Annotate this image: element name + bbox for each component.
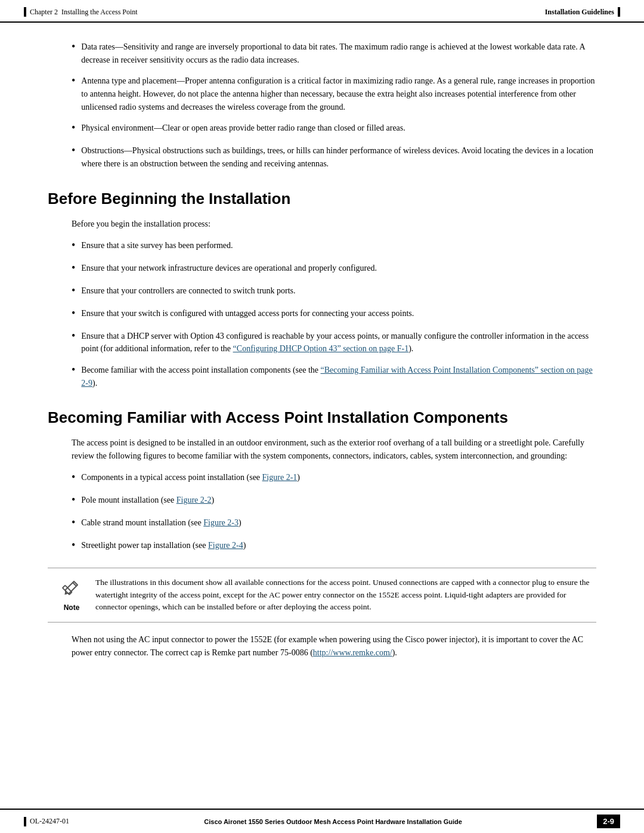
bullet-icon: • xyxy=(72,362,75,378)
s2-bullet1: Components in a typical access point ins… xyxy=(81,471,596,484)
s1-bullet4: Ensure that your switch is configured wi… xyxy=(81,307,596,320)
top-bullet-section: • Data rates—Sensitivity and range are i… xyxy=(48,41,596,171)
bullet-icon: • xyxy=(72,515,75,531)
note-box: Note The illustrations in this document … xyxy=(48,568,596,623)
s2-bullet3: Cable strand mount installation (see Fig… xyxy=(81,516,596,529)
bullet-icon: • xyxy=(72,39,75,55)
note-label: Note xyxy=(64,603,80,612)
header-bar-icon xyxy=(24,7,26,17)
bullet-icon: • xyxy=(72,120,75,136)
page-header: Chapter 2 Installing the Access Point In… xyxy=(0,0,644,23)
bullet-obstructions-text: Obstructions—Physical obstructions such … xyxy=(81,144,596,170)
bullet-icon: • xyxy=(72,305,75,321)
section2-para2: When not using the AC input connector to… xyxy=(48,633,596,659)
section1-heading: Before Beginning the Installation xyxy=(48,190,596,208)
footer-doc-number: OL-24247-01 xyxy=(30,817,69,826)
bullet-icon: • xyxy=(72,73,75,89)
list-item: • Pole mount installation (see Figure 2-… xyxy=(48,494,596,508)
s2-bullet4: Streetlight power tap installation (see … xyxy=(81,539,596,552)
note-icon-column: Note xyxy=(48,577,95,612)
bullet-icon: • xyxy=(72,328,75,344)
list-item: • Ensure that your network infrastructur… xyxy=(48,262,596,276)
header-right: Installation Guidelines xyxy=(545,7,620,17)
s2-bullet2: Pole mount installation (see Figure 2-2) xyxy=(81,494,596,507)
footer-page-number: 2-9 xyxy=(597,815,620,828)
section1-bullet-section: • Ensure that a site survey has been per… xyxy=(48,239,596,390)
footer-right: 2-9 xyxy=(597,815,620,828)
bullet-icon: • xyxy=(72,260,75,276)
list-item: • Antenna type and placement—Proper ante… xyxy=(48,75,596,113)
list-item: • Components in a typical access point i… xyxy=(48,471,596,485)
figure-2-3-link[interactable]: Figure 2-3 xyxy=(203,518,239,527)
list-item: • Data rates—Sensitivity and range are i… xyxy=(48,41,596,66)
header-section-title: Installation Guidelines xyxy=(545,8,614,17)
footer-left: OL-24247-01 xyxy=(24,817,69,826)
bullet-icon: • xyxy=(72,537,75,553)
section2-heading: Becoming Familiar with Access Point Inst… xyxy=(48,408,596,427)
dhcp-link[interactable]: “Configuring DHCP Option 43” section on … xyxy=(233,344,409,353)
list-item: • Ensure that your switch is configured … xyxy=(48,307,596,321)
list-item: • Ensure that a DHCP server with Option … xyxy=(48,330,596,355)
bullet-icon: • xyxy=(72,283,75,299)
list-item: • Ensure that a site survey has been per… xyxy=(48,239,596,253)
header-bar-right-icon xyxy=(618,7,620,17)
s1-bullet2: Ensure that your network infrastructure … xyxy=(81,262,596,275)
s1-bullet6: Become familiar with the access point in… xyxy=(81,364,596,389)
s1-bullet3: Ensure that your controllers are connect… xyxy=(81,284,596,298)
bullet-physical-text: Physical environment—Clear or open areas… xyxy=(81,122,596,135)
list-item: • Ensure that your controllers are conne… xyxy=(48,284,596,299)
header-chapter-title: Installing the Access Point xyxy=(61,8,138,17)
list-item: • Streetlight power tap installation (se… xyxy=(48,539,596,553)
header-chapter-label: Chapter 2 xyxy=(30,8,58,17)
bullet-antenna-text: Antenna type and placement—Proper antenn… xyxy=(81,75,596,113)
s1-bullet5: Ensure that a DHCP server with Option 43… xyxy=(81,330,596,355)
page-footer: OL-24247-01 Cisco Aironet 1550 Series Ou… xyxy=(0,809,644,833)
pencil-icon xyxy=(62,578,81,601)
figure-2-4-link[interactable]: Figure 2-4 xyxy=(208,541,243,550)
footer-center: Cisco Aironet 1550 Series Outdoor Mesh A… xyxy=(204,818,462,825)
footer-center-text: Cisco Aironet 1550 Series Outdoor Mesh A… xyxy=(204,818,462,825)
bullet-data-rates-text: Data rates—Sensitivity and range are inv… xyxy=(81,41,596,66)
list-item: • Become familiar with the access point … xyxy=(48,364,596,389)
section2-bullet-section: • Components in a typical access point i… xyxy=(48,471,596,553)
section1-intro: Before you begin the installation proces… xyxy=(48,218,596,231)
s1-bullet1: Ensure that a site survey has been perfo… xyxy=(81,239,596,252)
list-item: • Obstructions—Physical obstructions suc… xyxy=(48,144,596,170)
section2-intro: The access point is designed to be insta… xyxy=(48,436,596,462)
bullet-icon: • xyxy=(72,492,75,508)
bullet-icon: • xyxy=(72,143,75,159)
familiar-link[interactable]: “Becoming Familiar with Access Point Ins… xyxy=(81,366,592,388)
list-item: • Cable strand mount installation (see F… xyxy=(48,516,596,531)
bullet-icon: • xyxy=(72,237,75,253)
remke-link[interactable]: http://www.remke.com/ xyxy=(313,648,392,657)
figure-2-1-link[interactable]: Figure 2-1 xyxy=(262,473,298,482)
header-left: Chapter 2 Installing the Access Point xyxy=(24,7,138,17)
bullet-icon: • xyxy=(72,469,75,485)
list-item: • Physical environment—Clear or open are… xyxy=(48,122,596,136)
main-content: • Data rates—Sensitivity and range are i… xyxy=(0,23,644,704)
figure-2-2-link[interactable]: Figure 2-2 xyxy=(177,496,212,504)
footer-bar-icon xyxy=(24,817,26,826)
note-content: The illustrations in this document show … xyxy=(95,577,596,614)
